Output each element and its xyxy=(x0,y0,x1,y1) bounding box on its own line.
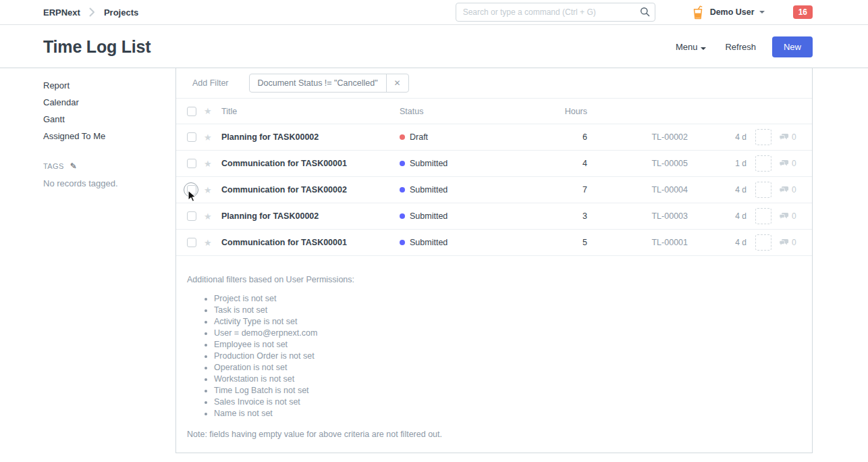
row-modified: 1 d xyxy=(725,159,747,168)
permission-item: Operation is not set xyxy=(214,362,796,374)
menu-button[interactable]: Menu xyxy=(676,42,707,52)
select-all-cell xyxy=(187,107,200,116)
user-name: Demo User xyxy=(710,7,755,17)
row-title-link[interactable]: Communication for TASK00001 xyxy=(221,159,400,168)
permission-item: Production Order is not set xyxy=(214,351,796,362)
row-checkbox[interactable] xyxy=(187,238,196,247)
assign-placeholder[interactable] xyxy=(755,208,771,224)
row-hours: 3 xyxy=(553,211,587,221)
search-icon[interactable] xyxy=(640,7,650,19)
assign-placeholder[interactable] xyxy=(755,234,771,251)
permission-item: Project is not set xyxy=(214,293,796,305)
row-title-link[interactable]: Planning for TASK00002 xyxy=(221,211,400,221)
menu-caret-icon xyxy=(701,47,706,50)
permission-item: Workstation is not set xyxy=(214,374,796,385)
comment-indicator[interactable]: 0 xyxy=(779,238,801,247)
comment-icon xyxy=(779,212,789,220)
row-hours: 5 xyxy=(553,238,587,247)
user-menu[interactable]: Demo User xyxy=(692,5,765,20)
permission-item: Activity Type is not set xyxy=(214,316,796,328)
active-filter-chip: Document Status != "Cancelled" ✕ xyxy=(249,74,409,93)
comment-count: 0 xyxy=(792,185,796,195)
row-checkbox[interactable] xyxy=(187,211,196,221)
status-dot xyxy=(400,187,405,192)
star-icon[interactable]: ★ xyxy=(204,185,216,195)
list-sidebar: Report Calendar Gantt Assigned To Me TAG… xyxy=(43,68,175,453)
comment-icon xyxy=(779,133,789,141)
content-layout: Report Calendar Gantt Assigned To Me TAG… xyxy=(0,68,868,453)
comment-icon xyxy=(779,238,789,247)
page-actions: Menu Refresh New xyxy=(676,36,813,57)
row-docname[interactable]: TL-00001 xyxy=(587,238,725,247)
star-icon[interactable]: ★ xyxy=(204,211,216,222)
filter-chip-label[interactable]: Document Status != "Cancelled" xyxy=(250,74,386,92)
row-docname[interactable]: TL-00002 xyxy=(587,132,725,142)
brand-erpnext[interactable]: ERPNext xyxy=(43,7,80,18)
sidebar-item-assigned-to-me[interactable]: Assigned To Me xyxy=(43,128,175,145)
comment-indicator[interactable]: 0 xyxy=(779,185,801,195)
status-label: Submitted xyxy=(410,211,447,221)
status-dot xyxy=(400,240,405,245)
comment-icon xyxy=(779,186,789,194)
assign-placeholder[interactable] xyxy=(755,155,771,172)
edit-tags-pencil-icon[interactable]: ✎ xyxy=(70,161,77,171)
row-docname[interactable]: TL-00005 xyxy=(587,159,725,168)
table-row[interactable]: ★ Planning for TASK00002 Draft 6 TL-0000… xyxy=(176,124,812,151)
row-status: Submitted xyxy=(400,185,553,195)
comment-icon xyxy=(779,159,789,168)
row-check-cell xyxy=(187,185,200,195)
permission-item: Name is not set xyxy=(214,408,796,419)
table-row[interactable]: ★ Communication for TASK00001 Submitted … xyxy=(176,230,812,256)
row-check-cell xyxy=(187,211,200,221)
permission-item: User = demo@erpnext.com xyxy=(214,328,796,339)
sidebar-item-report[interactable]: Report xyxy=(43,77,175,94)
row-title-link[interactable]: Planning for TASK00002 xyxy=(221,132,400,142)
permissions-footnote: Note: fields having empty value for abov… xyxy=(187,430,796,439)
row-title-link[interactable]: Communication for TASK00001 xyxy=(221,238,400,247)
row-check-cell xyxy=(187,159,200,168)
search-input[interactable] xyxy=(456,3,655,22)
comment-indicator[interactable]: 0 xyxy=(779,211,801,221)
comment-indicator[interactable]: 0 xyxy=(779,132,801,142)
tags-label: TAGS xyxy=(43,162,64,170)
row-docname[interactable]: TL-00004 xyxy=(587,185,725,195)
page-head: Time Log List Menu Refresh New xyxy=(0,25,868,68)
row-docname[interactable]: TL-00003 xyxy=(587,211,725,221)
status-dot xyxy=(400,161,405,166)
table-row[interactable]: ★ Planning for TASK00002 Submitted 3 TL-… xyxy=(176,203,812,230)
row-hours: 4 xyxy=(553,159,587,168)
breadcrumb-projects[interactable]: Projects xyxy=(104,7,138,18)
row-checkbox[interactable] xyxy=(187,185,196,195)
status-label: Submitted xyxy=(410,185,447,195)
assign-placeholder[interactable] xyxy=(755,129,771,145)
row-hours: 6 xyxy=(553,132,587,142)
star-icon[interactable]: ★ xyxy=(204,238,216,248)
refresh-button[interactable]: Refresh xyxy=(725,42,756,52)
sidebar-item-gantt[interactable]: Gantt xyxy=(43,111,175,128)
comment-indicator[interactable]: 0 xyxy=(779,159,801,168)
table-row[interactable]: ★ Communication for TASK00001 Submitted … xyxy=(176,151,812,177)
notification-badge[interactable]: 16 xyxy=(793,5,813,19)
permission-item: Time Log Batch is not set xyxy=(214,385,796,396)
assign-placeholder[interactable] xyxy=(755,182,771,198)
comment-count: 0 xyxy=(792,159,796,168)
new-button[interactable]: New xyxy=(772,36,813,57)
user-permissions-note: Additional filters based on User Permiss… xyxy=(176,256,812,453)
row-title-link[interactable]: Communication for TASK00002 xyxy=(221,185,400,195)
tags-empty-text: No records tagged. xyxy=(43,178,175,188)
sidebar-item-calendar[interactable]: Calendar xyxy=(43,94,175,111)
menu-button-label: Menu xyxy=(676,42,698,52)
row-status: Submitted xyxy=(400,159,553,168)
star-icon[interactable]: ★ xyxy=(204,159,216,169)
add-filter-button[interactable]: Add Filter xyxy=(192,78,229,88)
row-hours: 7 xyxy=(553,185,587,195)
page-title: Time Log List xyxy=(43,37,676,57)
row-checkbox[interactable] xyxy=(187,159,196,168)
row-checkbox[interactable] xyxy=(187,132,196,142)
select-all-checkbox[interactable] xyxy=(187,107,196,116)
table-row[interactable]: ★ Communication for TASK00002 Submitted … xyxy=(176,177,812,203)
remove-filter-icon[interactable]: ✕ xyxy=(386,74,408,92)
global-search xyxy=(456,3,655,22)
star-icon[interactable]: ★ xyxy=(204,132,216,143)
star-icon: ★ xyxy=(204,106,216,116)
